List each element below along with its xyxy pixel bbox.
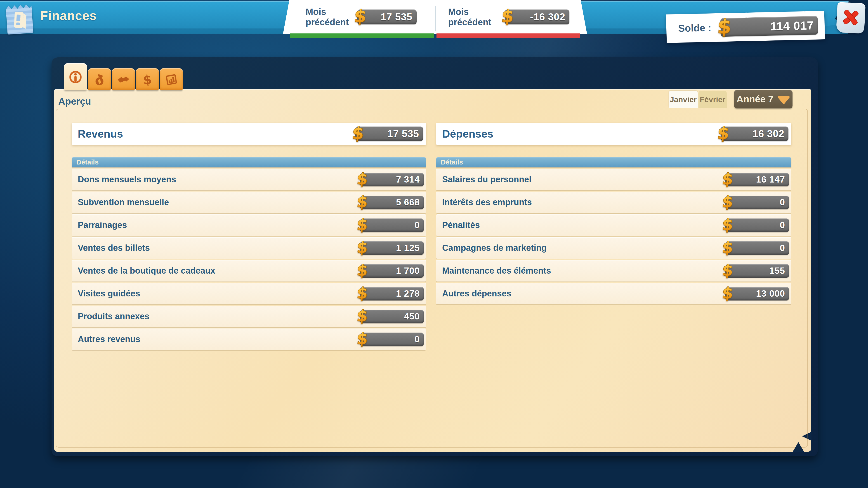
money-value: 450 [404, 311, 424, 322]
dollar-icon [501, 5, 514, 28]
revenues-total-badge: 17 535 [355, 127, 423, 141]
row-label: Dons mensuels moyens [78, 175, 176, 184]
year-dropdown[interactable]: Année 7 [734, 90, 793, 108]
money-value: 155 [769, 266, 789, 276]
close-icon [841, 7, 861, 27]
year-label: Année 7 [737, 94, 773, 105]
money-badge: 1 125 [360, 241, 424, 255]
money-value: 0 [780, 197, 789, 207]
money-badge: 5 668 [360, 196, 424, 209]
money-value: 1 278 [396, 289, 424, 299]
expenses-details-header: Détails [436, 157, 791, 167]
dollar-icon [352, 122, 364, 144]
finance-row: Dons mensuels moyens 7 314 [72, 169, 426, 190]
money-badge: 7 314 [360, 173, 424, 186]
finance-row: Pénalités 0 [436, 215, 791, 236]
money-badge: 1 700 [360, 264, 424, 278]
finance-row: Subvention mensuelle 5 668 [72, 192, 426, 213]
finance-row: Ventes de la boutique de cadeaux 1 700 [72, 260, 426, 282]
finance-row: Ventes des billets 1 125 [72, 237, 426, 259]
tab-statistics[interactable] [160, 68, 183, 90]
dollar-icon: $ [141, 73, 154, 86]
finance-row: Autres revenus 0 [72, 328, 426, 350]
close-button[interactable] [836, 2, 866, 34]
dollar-icon [722, 192, 734, 213]
expense-label: Mois précédent [448, 6, 505, 27]
row-label: Autres dépenses [442, 289, 511, 298]
svg-text:$: $ [97, 78, 101, 85]
finances-ticket-icon [3, 2, 35, 35]
tab-donations[interactable]: $ [88, 68, 111, 90]
revenues-details-header: Détails [72, 157, 426, 167]
revenues-total: 17 535 [387, 128, 423, 139]
chevron-down-icon [777, 95, 790, 104]
finance-row: Salaires du personnel 16 147 [436, 169, 791, 190]
money-value: 5 668 [396, 197, 424, 207]
balance-money-badge: 114 017 [720, 16, 818, 37]
dollar-icon [356, 283, 368, 304]
row-label: Campagnes de marketing [442, 243, 547, 253]
expenses-header: Dépenses 16 302 [436, 123, 791, 145]
month-button-fevrier[interactable]: Février [699, 91, 727, 108]
finance-row: Autres dépenses 13 000 [436, 283, 791, 304]
money-value: 1 125 [396, 243, 424, 253]
row-label: Subvention mensuelle [78, 197, 169, 207]
previous-month-income: Mois précédent 17 535 [283, 0, 435, 34]
balance-panel: Solde : 114 017 [666, 11, 825, 43]
dollar-icon [717, 13, 733, 40]
tab-loans[interactable]: $ [136, 68, 159, 90]
previous-month-expense: Mois précédent -16 302 [435, 0, 587, 34]
money-value: 0 [780, 243, 789, 253]
dollar-icon [722, 283, 734, 304]
row-label: Pénalités [442, 220, 480, 230]
money-value: 7 314 [396, 174, 424, 185]
expense-value: -16 302 [530, 11, 569, 23]
dollar-icon [356, 192, 368, 213]
dollar-icon [356, 328, 368, 349]
row-label: Ventes de la boutique de cadeaux [78, 266, 215, 275]
finance-row: Campagnes de marketing 0 [436, 237, 791, 259]
finance-row: Produits annexes 450 [72, 306, 426, 327]
dollar-icon [354, 5, 367, 28]
income-label: Mois précédent [306, 6, 358, 27]
money-value: 0 [780, 220, 789, 230]
expenses-rows: Salaires du personnel 16 147 Intérêts de… [436, 169, 791, 306]
expenses-total-badge: 16 302 [721, 127, 788, 141]
dollar-icon [356, 260, 368, 281]
finance-row: Intérêts des emprunts 0 [436, 192, 791, 213]
revenues-rows: Dons mensuels moyens 7 314 Subvention me… [72, 169, 426, 351]
dollar-icon [356, 306, 368, 326]
money-badge: 450 [360, 310, 424, 323]
handshake-icon [117, 73, 130, 86]
money-badge: 0 [360, 332, 424, 346]
money-badge: 1 278 [360, 287, 424, 300]
dollar-icon [722, 169, 734, 190]
finance-row: Parrainages 0 [72, 215, 426, 236]
finance-row: Maintenance des éléments 155 [436, 260, 791, 282]
info-icon [68, 70, 83, 84]
page-title: Finances [40, 8, 97, 23]
money-value: 1 700 [396, 266, 424, 276]
row-label: Autres revenus [78, 334, 141, 344]
row-label: Maintenance des éléments [442, 266, 551, 275]
finance-row: Visites guidées 1 278 [72, 283, 426, 304]
tab-overview[interactable] [64, 63, 87, 90]
money-badge: 0 [725, 219, 789, 232]
money-badge: 155 [725, 264, 789, 278]
money-badge: 0 [725, 241, 789, 255]
money-badge: 13 000 [725, 287, 789, 300]
tab-bar: $ $ [64, 64, 183, 90]
month-button-janvier[interactable]: Janvier [669, 91, 698, 108]
money-badge: 16 147 [725, 173, 789, 186]
revenues-header: Revenus 17 535 [72, 123, 426, 145]
dollar-icon [722, 215, 734, 235]
money-bag-icon: $ [93, 73, 106, 86]
row-label: Produits annexes [78, 312, 149, 321]
dollar-icon [356, 237, 368, 258]
row-label: Ventes des billets [78, 243, 150, 253]
dollar-icon [722, 260, 734, 281]
money-value: 0 [414, 220, 424, 230]
money-badge: 0 [725, 196, 789, 209]
dollar-icon [722, 237, 734, 258]
tab-sponsors[interactable] [112, 68, 135, 90]
